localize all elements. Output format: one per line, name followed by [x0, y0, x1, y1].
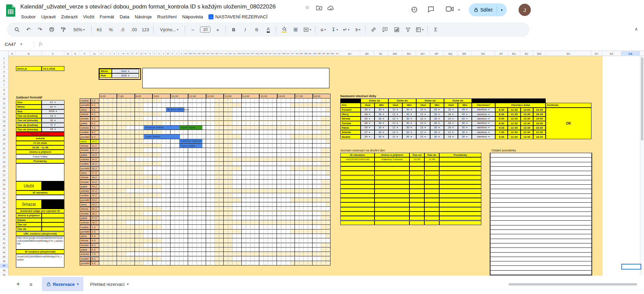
notes-input[interactable] — [16, 163, 64, 181]
reservations-empty-cell[interactable] — [409, 171, 424, 175]
time-slot[interactable] — [308, 134, 313, 139]
time-slot[interactable] — [122, 198, 126, 202]
time-slot[interactable] — [215, 225, 219, 229]
time-slot[interactable] — [259, 180, 264, 184]
time-slot[interactable] — [277, 126, 281, 130]
time-slot[interactable] — [321, 220, 326, 225]
row-header-22[interactable]: 22 — [0, 151, 8, 155]
time-slot[interactable] — [233, 171, 237, 175]
time-slot[interactable] — [99, 126, 104, 130]
time-slot[interactable] — [202, 247, 206, 252]
time-slot[interactable] — [139, 252, 144, 256]
time-slot[interactable] — [148, 162, 153, 166]
time-slot[interactable] — [193, 153, 197, 157]
time-slot[interactable] — [277, 157, 281, 162]
time-slot[interactable] — [219, 134, 224, 139]
time-slot[interactable] — [219, 212, 224, 216]
time-slot[interactable] — [166, 252, 170, 256]
time-slot[interactable] — [108, 153, 113, 157]
time-slot[interactable] — [202, 193, 206, 198]
time-slot[interactable] — [308, 202, 313, 207]
column-header-X[interactable]: X — [170, 51, 175, 56]
name-value[interactable]: Franz Kafka — [16, 154, 64, 159]
time-slot[interactable] — [268, 189, 273, 193]
time-slot[interactable] — [281, 180, 286, 184]
time-slot[interactable] — [188, 193, 193, 198]
time-slot[interactable] — [255, 243, 259, 247]
opening-open-select[interactable]: otevřeno▼ — [472, 113, 495, 116]
time-slot[interactable] — [215, 257, 219, 261]
calendar-row-19.2.[interactable] — [99, 180, 330, 184]
time-slot[interactable] — [219, 130, 224, 134]
time-slot[interactable] — [219, 116, 224, 121]
time-slot[interactable] — [321, 229, 326, 234]
time-slot[interactable] — [126, 198, 130, 202]
time-slot[interactable] — [268, 148, 273, 152]
time-slot[interactable] — [113, 202, 117, 207]
time-slot[interactable] — [135, 162, 139, 166]
time-slot[interactable] — [202, 98, 206, 103]
time-slot[interactable] — [135, 157, 139, 162]
time-slot[interactable] — [268, 207, 273, 211]
time-slot[interactable] — [99, 202, 104, 207]
time-slot[interactable] — [126, 252, 130, 256]
time-slot[interactable] — [122, 166, 126, 171]
time-slot[interactable] — [242, 212, 246, 216]
time-slot[interactable] — [126, 216, 130, 220]
time-slot[interactable] — [99, 103, 104, 107]
time-slot[interactable] — [326, 193, 330, 198]
time-slot[interactable] — [286, 207, 290, 211]
time-slot[interactable] — [139, 139, 144, 144]
time-slot[interactable] — [228, 247, 233, 252]
time-slot[interactable] — [281, 234, 286, 238]
time-slot[interactable] — [286, 243, 290, 247]
time-slot[interactable] — [224, 198, 228, 202]
time-slot[interactable] — [224, 247, 228, 252]
time-slot[interactable] — [242, 220, 246, 225]
time-slot[interactable] — [104, 207, 108, 211]
calendar-row-24.2.[interactable] — [99, 202, 330, 207]
time-slot[interactable] — [104, 130, 108, 134]
time-slot[interactable] — [99, 225, 104, 229]
time-slot[interactable] — [308, 166, 313, 171]
time-slot[interactable] — [144, 184, 148, 189]
time-slot[interactable] — [170, 166, 175, 171]
time-slot[interactable] — [99, 171, 104, 175]
time-slot[interactable] — [122, 234, 126, 238]
time-slot[interactable] — [188, 184, 193, 189]
time-slot[interactable] — [162, 139, 166, 144]
calendar-row-7.2.[interactable]: Karolína SvětláKarel Čapek — [99, 126, 330, 130]
time-slot[interactable] — [304, 193, 308, 198]
time-slot[interactable] — [193, 261, 197, 265]
time-slot[interactable] — [299, 130, 304, 134]
time-slot[interactable] — [295, 238, 299, 243]
time-slot[interactable] — [273, 126, 277, 130]
time-slot[interactable] — [286, 175, 290, 180]
time-slot[interactable] — [166, 148, 170, 152]
time-slot[interactable] — [206, 202, 210, 207]
time-slot[interactable] — [144, 234, 148, 238]
time-slot[interactable] — [162, 108, 166, 112]
time-slot[interactable] — [237, 180, 241, 184]
selected-cell-ca47[interactable] — [621, 264, 641, 270]
time-slot[interactable] — [162, 153, 166, 157]
time-slot[interactable] — [104, 220, 108, 225]
time-slot[interactable] — [210, 238, 215, 243]
time-slot[interactable] — [113, 198, 117, 202]
time-slot[interactable] — [99, 157, 104, 162]
calendar-row-26.2.[interactable] — [99, 212, 330, 216]
time-slot[interactable] — [228, 134, 233, 139]
time-slot[interactable] — [321, 166, 326, 171]
time-slot[interactable] — [104, 229, 108, 234]
time-slot[interactable] — [255, 238, 259, 243]
time-slot[interactable] — [184, 171, 188, 175]
time-slot[interactable] — [153, 212, 157, 216]
time-slot[interactable] — [273, 212, 277, 216]
time-slot[interactable] — [250, 189, 255, 193]
time-slot[interactable] — [135, 198, 139, 202]
time-slot[interactable] — [286, 261, 290, 265]
time-slot[interactable] — [193, 130, 197, 134]
redo-button[interactable]: ↷ — [35, 25, 45, 34]
menu-formát[interactable]: Formát — [97, 14, 117, 20]
time-slot[interactable] — [295, 202, 299, 207]
